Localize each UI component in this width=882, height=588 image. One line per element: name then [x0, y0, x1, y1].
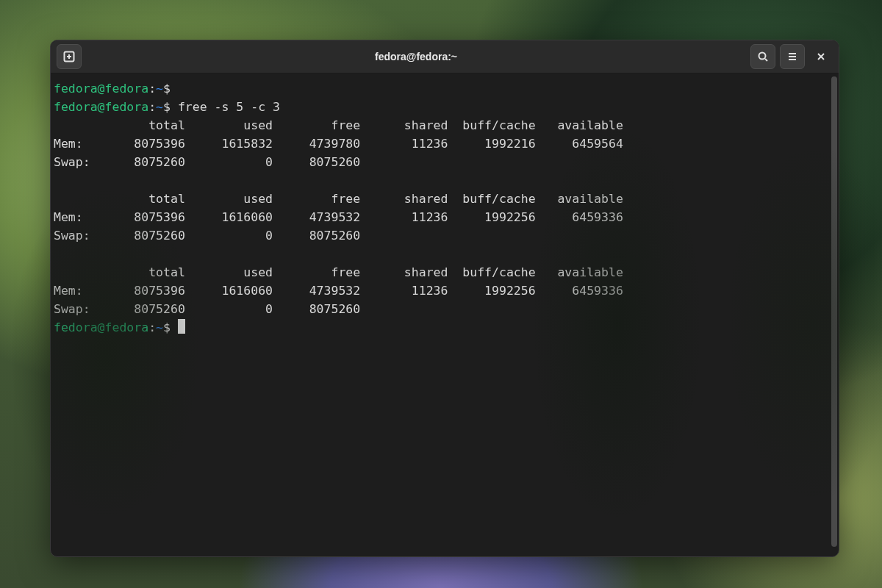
- prompt-path: ~: [156, 320, 163, 334]
- terminal-viewport[interactable]: fedora@fedora:~$ fedora@fedora:~$ free -…: [51, 74, 830, 556]
- search-button[interactable]: [750, 44, 775, 69]
- menu-button[interactable]: [780, 44, 805, 69]
- window-title: fedora@fedora:~: [375, 51, 457, 62]
- hamburger-icon: [786, 51, 798, 62]
- close-icon: [815, 51, 827, 62]
- desktop-wallpaper: fedora@fedora:~: [0, 0, 882, 588]
- free-output-block: total used free shared buff/cache availa…: [54, 118, 623, 316]
- new-tab-button[interactable]: [57, 44, 82, 69]
- prompt-user: fedora@fedora: [54, 320, 148, 334]
- prompt-sep: :: [148, 320, 156, 334]
- prompt-dollar: $: [163, 82, 171, 96]
- prompt-path: ~: [156, 82, 163, 96]
- scrollbar-thumb[interactable]: [831, 76, 837, 547]
- titlebar: fedora@fedora:~: [51, 40, 839, 74]
- new-tab-icon: [63, 51, 75, 62]
- prompt-dollar: $: [163, 100, 171, 114]
- close-button[interactable]: [809, 45, 833, 68]
- svg-point-3: [759, 53, 766, 60]
- scrollbar[interactable]: [830, 74, 839, 556]
- search-icon: [757, 51, 769, 62]
- cursor: [178, 319, 185, 334]
- prompt-user: fedora@fedora: [54, 100, 148, 114]
- terminal-window: fedora@fedora:~: [50, 40, 839, 557]
- prompt-sep: :: [148, 100, 156, 114]
- prompt-sep: :: [148, 82, 156, 96]
- prompt-path: ~: [156, 100, 163, 114]
- svg-line-4: [765, 59, 767, 61]
- terminal-output: fedora@fedora:~$ fedora@fedora:~$ free -…: [54, 79, 824, 337]
- prompt-user: fedora@fedora: [54, 82, 148, 96]
- prompt-dollar: $: [163, 320, 171, 334]
- command-1: free -s 5 -c 3: [178, 100, 280, 114]
